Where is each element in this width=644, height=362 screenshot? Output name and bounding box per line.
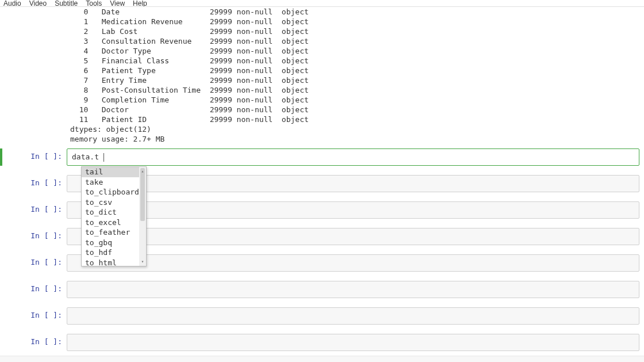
- menu-view[interactable]: View: [110, 0, 125, 4]
- code-input[interactable]: data.t: [67, 148, 639, 166]
- code-cell[interactable]: In [ ]:: [0, 280, 644, 299]
- footer-divider: [0, 356, 644, 362]
- empty-prompt: [5, 7, 67, 144]
- autocomplete-item[interactable]: to_gbq: [82, 238, 146, 248]
- input-prompt: In [ ]:: [5, 228, 67, 245]
- code-input[interactable]: [67, 201, 639, 219]
- autocomplete-item[interactable]: to_csv: [82, 197, 146, 208]
- code-input[interactable]: [67, 281, 639, 298]
- input-prompt: In [ ]:: [5, 307, 67, 325]
- input-prompt: In [ ]:: [5, 334, 67, 351]
- code-cell[interactable]: In [ ]:: [0, 306, 644, 326]
- autocomplete-item[interactable]: to_hdf: [82, 247, 146, 258]
- dataframe-info-output: 0 Date 29999 non-null object 1 Medicatio…: [67, 7, 639, 144]
- autocomplete-item[interactable]: to_dict: [82, 207, 146, 218]
- input-prompt: In [ ]:: [5, 148, 67, 166]
- autocomplete-item[interactable]: to_feather: [82, 227, 146, 238]
- autocomplete-item[interactable]: tail: [82, 167, 146, 177]
- input-prompt: In [ ]:: [5, 175, 67, 192]
- autocomplete-item[interactable]: to_html: [82, 258, 146, 267]
- code-cell[interactable]: In [ ]:data.t: [0, 147, 644, 167]
- autocomplete-item[interactable]: take: [82, 177, 146, 188]
- autocomplete-item[interactable]: to_excel: [82, 218, 146, 228]
- code-input[interactable]: [67, 307, 639, 325]
- code-input[interactable]: [67, 228, 639, 245]
- code-input[interactable]: [67, 334, 639, 351]
- input-prompt: In [ ]:: [5, 201, 67, 219]
- output-cell: 0 Date 29999 non-null object 1 Medicatio…: [0, 6, 644, 145]
- code-cell[interactable]: In [ ]:: [0, 333, 644, 352]
- scroll-down-icon[interactable]: ▾: [139, 257, 146, 267]
- scroll-up-icon[interactable]: ▴: [139, 166, 146, 177]
- code-input[interactable]: [67, 254, 639, 272]
- autocomplete-scrollbar[interactable]: ▴ ▾: [139, 167, 146, 266]
- input-prompt: In [ ]:: [5, 254, 67, 272]
- menu-help[interactable]: Help: [133, 0, 147, 4]
- autocomplete-popup[interactable]: tailtaketo_clipboardto_csvto_dictto_exce…: [81, 166, 147, 266]
- input-prompt: In [ ]:: [5, 281, 67, 298]
- autocomplete-item[interactable]: to_clipboard: [82, 187, 146, 197]
- text-caret: [103, 153, 104, 162]
- menu-subtitle[interactable]: Subtitle: [55, 0, 78, 4]
- code-input[interactable]: [67, 175, 639, 192]
- menu-audio[interactable]: Audio: [3, 0, 21, 4]
- menu-video[interactable]: Video: [29, 0, 47, 4]
- menu-tools[interactable]: Tools: [86, 0, 102, 4]
